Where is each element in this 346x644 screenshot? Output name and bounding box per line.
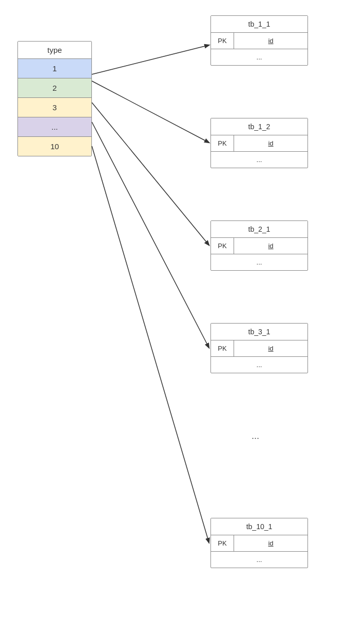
db-table-tb-1-2: tb_1_2 PK id ... (210, 118, 308, 168)
table-row-pk-id-10-1: PK id (211, 535, 307, 552)
type-row-3: 3 (18, 98, 91, 117)
type-row-dots: ... (18, 117, 91, 137)
cell-ellipsis-10-1: ... (211, 552, 307, 568)
table-row-ellipsis-3-1: ... (211, 357, 307, 373)
cell-pk-1-1: PK (211, 33, 234, 49)
svg-line-2 (92, 103, 209, 245)
between-dots: ... (252, 431, 259, 441)
type-row-2: 2 (18, 78, 91, 98)
table-title-tb-1-2: tb_1_2 (211, 118, 307, 135)
cell-id-3-1: id (234, 340, 307, 356)
table-row-ellipsis-2-1: ... (211, 254, 307, 270)
cell-pk-1-2: PK (211, 135, 234, 151)
cell-pk-2-1: PK (211, 238, 234, 254)
cell-pk-10-1: PK (211, 535, 234, 551)
table-row-pk-id-1-2: PK id (211, 135, 307, 152)
cell-id-1-2: id (234, 135, 307, 151)
db-table-tb-3-1: tb_3_1 PK id ... (210, 323, 308, 373)
table-title-tb-3-1: tb_3_1 (211, 324, 307, 340)
diagram-container: type 1 2 3 ... 10 tb_1_1 PK id ... tb_1_… (0, 0, 346, 644)
table-row-pk-id-3-1: PK id (211, 340, 307, 357)
cell-pk-3-1: PK (211, 340, 234, 356)
table-row-ellipsis-1-2: ... (211, 152, 307, 168)
db-table-tb-10-1: tb_10_1 PK id ... (210, 518, 308, 568)
cell-id-10-1: id (234, 535, 307, 551)
cell-id-1-1: id (234, 33, 307, 49)
type-row-1: 1 (18, 59, 91, 78)
table-title-tb-1-1: tb_1_1 (211, 16, 307, 33)
type-table-header: type (18, 42, 91, 59)
table-row-ellipsis-1-1: ... (211, 49, 307, 65)
cell-ellipsis-1-2: ... (211, 152, 307, 168)
svg-line-3 (92, 122, 209, 348)
table-title-tb-10-1: tb_10_1 (211, 518, 307, 535)
svg-line-1 (92, 81, 209, 143)
db-table-tb-1-1: tb_1_1 PK id ... (210, 15, 308, 66)
type-table: type 1 2 3 ... 10 (17, 41, 92, 156)
table-row-ellipsis-10-1: ... (211, 552, 307, 568)
type-row-10: 10 (18, 137, 91, 156)
cell-ellipsis-3-1: ... (211, 357, 307, 373)
svg-line-0 (92, 45, 209, 74)
db-table-tb-2-1: tb_2_1 PK id ... (210, 220, 308, 271)
table-row-pk-id-1-1: PK id (211, 33, 307, 49)
cell-ellipsis-1-1: ... (211, 49, 307, 65)
table-row-pk-id-2-1: PK id (211, 238, 307, 254)
cell-ellipsis-2-1: ... (211, 254, 307, 270)
cell-id-2-1: id (234, 238, 307, 254)
table-title-tb-2-1: tb_2_1 (211, 221, 307, 238)
svg-line-4 (92, 146, 209, 542)
